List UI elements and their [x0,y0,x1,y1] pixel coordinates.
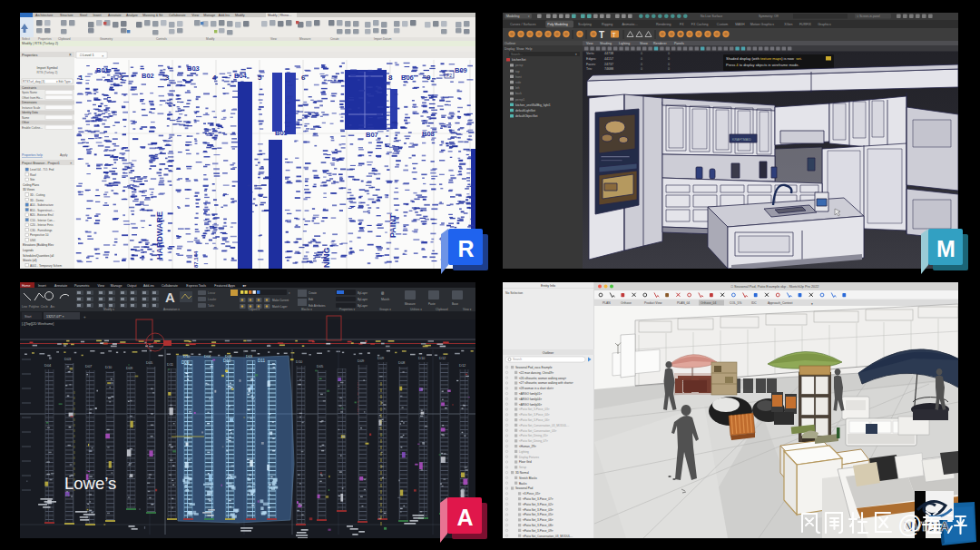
svg-text:Groups ▾: Groups ▾ [379,308,391,311]
svg-text:D11: D11 [167,362,174,367]
svg-text:Analyze: Analyze [126,14,138,17]
svg-text:Blocks ▾: Blocks ▾ [301,308,312,311]
svg-text:0: 0 [668,63,670,66]
svg-text:C20 - Interior Finis: C20 - Interior Finis [30,223,54,227]
svg-text:ByLayer: ByLayer [358,304,368,308]
svg-text:Properties help: Properties help [22,153,43,157]
svg-text:□ Level 1: □ Level 1 [80,54,94,57]
svg-text:KRAFTMAID: KRAFTMAID [732,138,751,142]
svg-text:8: 8 [388,74,393,82]
svg-text:Enable Cutline…: Enable Cutline… [22,126,43,130]
svg-text:View: View [97,284,104,288]
svg-text:+: + [83,315,86,319]
svg-text:<Patio Set_3-Piece_03>: <Patio Set_3-Piece_03> [519,408,550,411]
svg-text:Sculpting: Sculpting [578,23,592,26]
svg-text:D12: D12 [459,363,466,368]
svg-text:0: 0 [641,52,642,55]
svg-text:Rendering: Rendering [656,23,671,26]
svg-text:<Patio Set_Conversation_03_MOD: <Patio Set_Conversation_03_MODUL… [519,424,569,427]
svg-text:Constraints: Constraints [22,86,37,90]
svg-text:front: front [515,75,522,79]
svg-text:D05: D05 [317,364,324,368]
svg-text:B02: B02 [142,72,154,80]
svg-text:D07: D07 [85,364,93,368]
svg-text:View ▾: View ▾ [463,308,472,311]
svg-text:[-][Top][2D Wireframe]: [-][Top][2D Wireframe] [22,322,54,326]
svg-text:⚲ Screen-in-panel: ⚲ Screen-in-panel [857,15,880,18]
svg-text:Verts:: Verts: [586,52,594,55]
svg-text:Schedules/Quantities (all: Schedules/Quantities (all [23,254,54,258]
svg-text:B06: B06 [401,74,414,82]
svg-text:FX: FX [680,23,684,26]
svg-text:View: View [270,37,278,41]
svg-text:D09: D09 [126,366,133,370]
svg-text:Approach_Context: Approach_Context [768,301,792,305]
svg-text:Measure: Measure [405,302,416,306]
svg-text:Collaborate: Collaborate [162,284,178,288]
svg-text:T: T [599,30,604,40]
svg-text:top: top [515,70,520,74]
svg-text:Make Current: Make Current [272,299,289,302]
svg-text:Identity Data: Identity Data [22,111,38,114]
svg-text:Add-ins: Add-ins [143,284,154,288]
svg-text:D10: D10 [296,359,303,364]
svg-text:Perspective 10: Perspective 10 [30,233,49,237]
svg-text:Custom: Custom [717,23,728,26]
svg-text:Modify ▾: Modify ▾ [103,308,114,311]
svg-text:D04: D04 [204,354,211,358]
svg-text:XGen: XGen [784,23,792,26]
svg-text:FURFIX: FURFIX [799,23,812,26]
svg-text:D12: D12 [439,356,446,360]
svg-text:Poly Modeling: Poly Modeling [547,23,568,26]
svg-text:<28 woman in a short skirt>: <28 woman in a short skirt> [519,387,554,390]
svg-text:3D Normal: 3D Normal [515,471,529,475]
svg-text:Controls: Controls [156,37,167,41]
svg-text:Properties: Properties [38,37,52,41]
svg-text:Backs: Backs [519,482,527,486]
svg-text:<ARGO family01>: <ARGO family01> [519,392,542,396]
svg-text:<3-Piece_05>: <3-Piece_05> [523,492,540,496]
svg-text:Display Show Help: Display Show Help [505,47,532,51]
svg-text:<Patio Set_3-Piece_06>: <Patio Set_3-Piece_06> [519,418,550,422]
svg-text:Search…: Search… [511,53,523,56]
svg-text:<Patio Set_Dining_05>: <Patio Set_Dining_05> [519,434,548,437]
svg-text:B07: B07 [366,131,378,139]
svg-text:6: 6 [301,74,306,82]
svg-text:Symmetry: Off: Symmetry: Off [759,15,779,18]
svg-text:Graphics: Graphics [818,23,831,26]
svg-text:1: 1 [79,74,83,82]
svg-text:■▾: ■▾ [242,284,246,288]
svg-text:B10 - Superstruct…: B10 - Superstruct… [30,209,54,212]
svg-text:<Patio Set_Dining_07>: <Patio Set_Dining_07> [519,439,548,443]
svg-text:Create: Create [309,291,317,295]
svg-text:Modify | Rhino…: Modify | Rhino… [268,14,292,17]
svg-text:D03: D03 [246,354,253,358]
svg-text:Roof: Roof [30,173,36,177]
svg-text:Stretch Blocks: Stretch Blocks [519,476,537,480]
svg-text:IDC: IDC [751,301,757,305]
svg-text:Architecture: Architecture [35,14,53,17]
svg-text:Tris:: Tris: [586,67,593,71]
svg-text:0: 0 [641,67,642,71]
svg-text:Faces:: Faces: [586,63,596,66]
svg-text:USX: USX [30,239,35,242]
svg-text:Create: Create [330,37,339,41]
svg-text:FX Caching: FX Caching [691,23,709,26]
svg-text:D03: D03 [64,357,72,361]
svg-text:Modeling: Modeling [506,15,520,18]
svg-text:Name: Name [22,116,30,120]
svg-text:<Patio Set_3-Piece_03>: <Patio Set_3-Piece_03> [523,508,554,512]
svg-text:Clipboard: Clipboard [58,37,71,41]
svg-text:44738: 44738 [604,52,613,55]
svg-text:Offset from Ho…: Offset from Ho… [22,96,43,100]
svg-text:Start: Start [24,315,32,319]
svg-text:Search: Search [513,358,522,361]
svg-text:Measure: Measure [299,37,311,41]
svg-text:D11: D11 [258,358,266,363]
svg-text:▾: ▾ [575,53,577,56]
svg-text:5: 5 [258,74,262,82]
svg-text:persp: persp [515,64,523,67]
svg-text:Insert: Insert [38,284,46,288]
svg-text:Animatio…: Animatio… [622,23,638,26]
svg-text:PAINT: PAINT [388,213,397,238]
